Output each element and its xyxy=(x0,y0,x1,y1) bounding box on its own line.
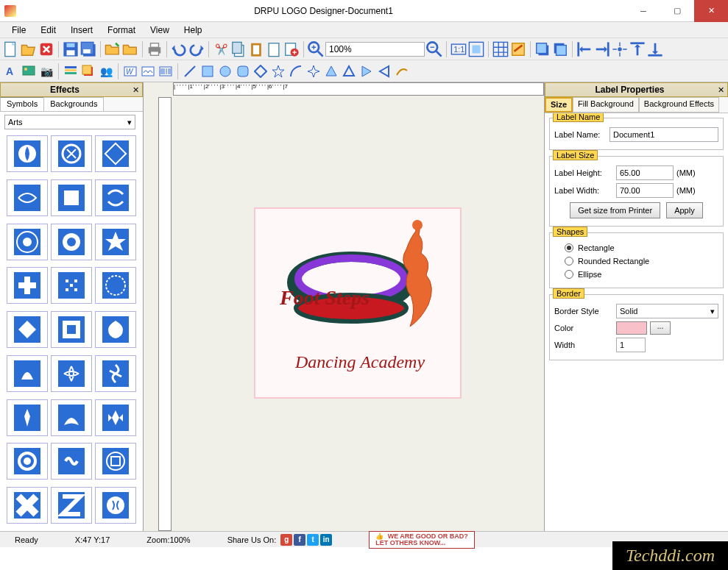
rounded-rect-tool-icon[interactable] xyxy=(235,63,251,79)
symbol-item[interactable] xyxy=(7,311,48,348)
rectangle-tool-icon[interactable] xyxy=(199,63,216,79)
symbol-item[interactable] xyxy=(95,135,136,172)
curve-tool-icon[interactable] xyxy=(394,63,410,79)
symbol-item[interactable] xyxy=(95,487,136,524)
delete-icon[interactable] xyxy=(38,41,54,57)
menu-edit[interactable]: Edit xyxy=(33,24,63,37)
paste-special-icon[interactable] xyxy=(266,41,282,57)
star-tool-icon[interactable] xyxy=(270,63,286,79)
symbol-item[interactable] xyxy=(51,224,92,260)
arrow-left-tool-icon[interactable] xyxy=(376,63,392,79)
image-tool-icon[interactable] xyxy=(21,63,37,79)
share-facebook-icon[interactable]: f xyxy=(294,534,305,546)
folder-save-icon[interactable] xyxy=(122,41,138,57)
zoom-input[interactable] xyxy=(325,42,425,57)
fit-page-icon[interactable] xyxy=(468,41,484,57)
border-color-picker-button[interactable]: ... xyxy=(650,321,671,335)
camera-icon[interactable]: 📷 xyxy=(38,63,54,79)
shape-rectangle-radio[interactable]: Rectangle xyxy=(565,243,718,252)
menu-format[interactable]: Format xyxy=(100,24,143,37)
border-color-swatch[interactable] xyxy=(616,321,647,335)
cut-icon[interactable]: ✂️ xyxy=(213,41,229,57)
share-googleplus-icon[interactable]: g xyxy=(280,534,292,546)
symbol-item[interactable] xyxy=(95,224,136,260)
symbol-item[interactable] xyxy=(95,399,136,436)
border-width-input[interactable] xyxy=(616,338,646,352)
actual-size-icon[interactable]: 1:1 xyxy=(450,41,467,57)
pentagon-tool-icon[interactable] xyxy=(341,63,357,79)
symbol-item[interactable] xyxy=(7,267,48,304)
symbol-item[interactable] xyxy=(51,311,92,348)
print-icon[interactable] xyxy=(146,41,163,57)
symbol-item[interactable] xyxy=(95,179,136,216)
ellipse-tool-icon[interactable] xyxy=(217,63,233,79)
symbol-item[interactable] xyxy=(51,179,92,216)
tab-size[interactable]: Size xyxy=(545,97,573,113)
symbol-item[interactable] xyxy=(7,487,48,524)
undo-icon[interactable] xyxy=(171,41,187,57)
redo-icon[interactable] xyxy=(188,41,205,57)
library-icon[interactable] xyxy=(63,63,79,79)
zoom-out-icon[interactable] xyxy=(426,41,442,57)
symbol-item[interactable] xyxy=(51,487,92,524)
border-style-dropdown[interactable]: Solid▾ xyxy=(616,304,718,318)
apply-button[interactable]: Apply xyxy=(666,202,703,218)
symbol-item[interactable] xyxy=(95,443,136,480)
star4-tool-icon[interactable] xyxy=(305,63,322,79)
logo-text-line2[interactable]: Dancing Academy xyxy=(264,352,456,372)
shape-rounded-rectangle-radio[interactable]: Rounded Rectangle xyxy=(565,257,718,266)
menu-file[interactable]: File xyxy=(4,24,33,37)
close-button[interactable]: ✕ xyxy=(694,0,728,22)
symbol-item[interactable] xyxy=(7,399,48,436)
menu-insert[interactable]: Insert xyxy=(63,24,100,37)
tab-backgrounds[interactable]: Backgrounds xyxy=(43,97,104,111)
symbol-item[interactable] xyxy=(95,311,136,348)
canvas-area[interactable]: | ' ' ' ' |1' ' ' ' |2' ' ' ' |3' ' ' ' … xyxy=(144,82,544,531)
symbol-item[interactable] xyxy=(95,267,136,304)
share-twitter-icon[interactable]: t xyxy=(307,534,319,546)
clear-icon[interactable] xyxy=(283,41,300,57)
shape-ellipse-radio[interactable]: Ellipse xyxy=(565,270,718,279)
tab-symbols[interactable]: Symbols xyxy=(0,97,44,111)
symbol-item[interactable] xyxy=(7,355,48,392)
menu-help[interactable]: Help xyxy=(177,24,210,37)
logo-dancer-graphic[interactable] xyxy=(381,216,454,349)
align-bottom-icon[interactable] xyxy=(647,41,663,57)
symbol-item[interactable] xyxy=(7,224,48,260)
open-icon[interactable] xyxy=(21,41,37,57)
people-icon[interactable]: 👥 xyxy=(98,63,114,79)
logo-text-line1[interactable]: Foot Steps xyxy=(280,286,370,310)
folder-open-icon[interactable] xyxy=(105,41,121,57)
maximize-button[interactable]: ▢ xyxy=(660,0,694,22)
properties-panel-close-icon[interactable]: ✕ xyxy=(714,85,727,95)
symbol-item[interactable] xyxy=(51,443,92,480)
symbol-item[interactable] xyxy=(51,399,92,436)
symbol-item[interactable] xyxy=(7,179,48,216)
minimize-button[interactable]: ─ xyxy=(626,0,660,22)
clipart-icon[interactable] xyxy=(80,63,96,79)
menu-view[interactable]: View xyxy=(143,24,177,37)
grid-icon[interactable] xyxy=(492,41,509,57)
tab-fill-background[interactable]: Fill Background xyxy=(573,97,639,113)
signature-icon[interactable] xyxy=(140,63,156,79)
align-top-icon[interactable] xyxy=(629,41,646,57)
line-tool-icon[interactable] xyxy=(182,63,198,79)
saveall-icon[interactable] xyxy=(80,41,96,57)
share-linkedin-icon[interactable]: in xyxy=(320,534,332,546)
symbol-item[interactable] xyxy=(7,443,48,480)
symbol-item[interactable] xyxy=(95,355,136,392)
label-width-input[interactable] xyxy=(616,183,674,198)
barcode-icon[interactable] xyxy=(158,63,174,79)
new-icon[interactable] xyxy=(3,41,19,57)
align-center-icon[interactable] xyxy=(612,41,628,57)
arc-tool-icon[interactable] xyxy=(288,63,304,79)
feedback-button[interactable]: 👍 WE ARE GOOD OR BAD?LET OTHERS KNOW... xyxy=(369,531,475,549)
wordart-icon[interactable]: W xyxy=(122,63,138,79)
tab-background-effects[interactable]: Background Effects xyxy=(639,97,719,113)
labelname-input[interactable] xyxy=(609,127,718,142)
symbol-category-dropdown[interactable]: Arts ▾ xyxy=(4,115,135,129)
copy-icon[interactable] xyxy=(230,41,247,57)
symbol-item[interactable] xyxy=(51,355,92,392)
get-size-from-printer-button[interactable]: Get size from Printer xyxy=(570,202,660,218)
properties-icon[interactable] xyxy=(510,41,526,57)
